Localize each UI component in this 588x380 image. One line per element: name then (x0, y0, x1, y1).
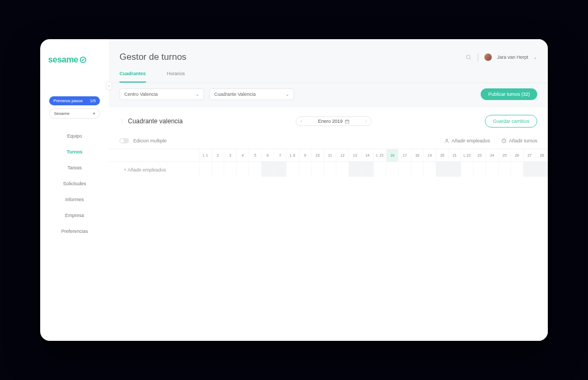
day-header[interactable]: 19 (423, 149, 436, 161)
calendar-cell[interactable] (411, 162, 424, 177)
schedule-select[interactable]: Cuadrante Valencia ⌄ (209, 88, 294, 100)
day-header[interactable]: 26 (510, 149, 523, 161)
day-header[interactable]: 23 (473, 149, 486, 161)
sidebar-item-tareas[interactable]: Tareas (40, 160, 109, 176)
calendar-cell[interactable] (485, 162, 498, 177)
calendar-cell[interactable] (510, 162, 523, 177)
sidebar-collapse-handle[interactable]: ‹ (106, 82, 112, 90)
add-shifts-link[interactable]: Añadir turnos (501, 138, 537, 143)
day-header[interactable]: 10 (311, 149, 324, 161)
day-header[interactable]: 20 (436, 149, 448, 161)
day-header[interactable]: L 22 (461, 149, 473, 161)
calendar-days: L 1234567L 891011121314L 15161718192021L… (199, 149, 548, 161)
day-header[interactable]: 17 (398, 149, 411, 161)
day-header[interactable]: 11 (324, 149, 336, 161)
sidebar-item-turnos[interactable]: Turnos (40, 144, 109, 160)
calendar-cell[interactable] (448, 162, 461, 177)
sidebar-item-equipo[interactable]: Equipo (40, 128, 109, 144)
day-header[interactable]: L 8 (286, 149, 299, 161)
day-header[interactable]: 2 (212, 149, 224, 161)
calendar-cell[interactable] (423, 162, 436, 177)
calendar-cell[interactable] (436, 162, 448, 177)
next-period-button[interactable]: › (365, 119, 367, 124)
day-header[interactable]: L 15 (373, 149, 386, 161)
calendar-cell[interactable] (386, 162, 399, 177)
brand-text: sesame (48, 55, 78, 65)
calendar-cell[interactable] (461, 162, 473, 177)
calendar-cell[interactable] (212, 162, 224, 177)
chevron-down-icon[interactable]: ⌄ (534, 55, 537, 60)
calendar-cell[interactable] (336, 162, 348, 177)
calendar-cell[interactable] (199, 162, 212, 177)
day-header[interactable]: 27 (523, 149, 536, 161)
user-avatar[interactable] (484, 53, 492, 61)
sidebar-item-empresa[interactable]: Empresa (40, 207, 109, 223)
day-header[interactable]: L 1 (199, 149, 212, 161)
calendar-cell[interactable] (224, 162, 236, 177)
calendar-cell[interactable] (236, 162, 249, 177)
calendar-cell[interactable] (536, 162, 548, 177)
day-header[interactable]: 6 (261, 149, 274, 161)
calendar-cell[interactable] (523, 162, 536, 177)
sidebar-item-preferencias[interactable]: Preferencias (40, 223, 109, 239)
calendar-cell[interactable] (311, 162, 324, 177)
day-header[interactable]: 13 (348, 149, 361, 161)
calendar-cell[interactable] (286, 162, 299, 177)
day-header[interactable]: 12 (336, 149, 348, 161)
multi-edit-label: Edicion multiple (133, 138, 167, 143)
day-header[interactable]: 18 (411, 149, 424, 161)
workspace-label: Sesame (54, 111, 69, 116)
publish-button[interactable]: Publicar turnos (32) (481, 88, 537, 100)
day-header[interactable]: 5 (249, 149, 261, 161)
day-header[interactable]: 7 (273, 149, 286, 161)
day-header[interactable]: 3 (224, 149, 236, 161)
schedule-value: Cuadrante Valencia (214, 92, 255, 97)
sidebar-item-informes[interactable]: Informes (40, 192, 109, 207)
center-select[interactable]: Centro Valencia ⌄ (120, 88, 204, 100)
day-header[interactable]: 28 (536, 149, 548, 161)
calendar-cell[interactable] (324, 162, 336, 177)
panel-header: ⋮ Cuadrante valencia ‹ Enero 2019 › Guar… (109, 107, 548, 134)
day-header[interactable]: 21 (448, 149, 461, 161)
tab-cuadrantes[interactable]: Cuadrantes (120, 67, 146, 83)
add-employees-link[interactable]: Añadir empleados (444, 138, 490, 143)
calendar-cell[interactable] (361, 162, 374, 177)
brand-check-icon (79, 56, 87, 64)
panel-title: Cuadrante valencia (128, 117, 182, 125)
calendar-cell[interactable] (261, 162, 274, 177)
calendar-cell[interactable] (249, 162, 261, 177)
calendar-cell[interactable] (373, 162, 386, 177)
add-employee-row[interactable]: + Añade empleados (109, 162, 199, 178)
brand-logo: sesame (45, 55, 114, 65)
add-shifts-label: Añadir turnos (509, 138, 537, 143)
day-header[interactable]: 25 (498, 149, 511, 161)
day-header[interactable]: 4 (236, 149, 249, 161)
multi-edit-toggle[interactable] (120, 138, 129, 143)
calendar-cell[interactable] (498, 162, 511, 177)
chevron-down-icon: ⌄ (286, 92, 289, 97)
svg-rect-2 (345, 120, 349, 123)
calendar-cell[interactable] (273, 162, 286, 177)
prev-period-button[interactable]: ‹ (300, 119, 302, 124)
tab-horarios[interactable]: Horarios (167, 67, 185, 83)
app-window: sesame Primeros pasos 1/5 Sesame ▾ Equip… (40, 39, 548, 341)
calendar-cell[interactable] (473, 162, 486, 177)
search-icon[interactable] (465, 54, 472, 60)
calendar-cell[interactable] (299, 162, 311, 177)
clock-icon (501, 138, 507, 143)
drag-handle-icon[interactable]: ⋮ (120, 119, 125, 124)
workspace-select[interactable]: Sesame ▾ (49, 108, 100, 119)
day-header[interactable]: 14 (361, 149, 374, 161)
calendar-header-row: L 1234567L 891011121314L 15161718192021L… (109, 149, 548, 162)
calendar-icon (345, 119, 350, 124)
calendar-cell[interactable] (348, 162, 361, 177)
sidebar-item-solicitudes[interactable]: Solicitudes (40, 176, 109, 192)
day-header[interactable]: 9 (299, 149, 311, 161)
topbar: Gestor de turnos | Jara van Herpt ⌄ (109, 39, 548, 67)
calendar-cell[interactable] (398, 162, 411, 177)
day-header[interactable]: 16 (386, 149, 399, 161)
onboarding-pill[interactable]: Primeros pasos 1/5 (49, 96, 100, 105)
save-button[interactable]: Guardar cambios (485, 115, 537, 128)
day-header[interactable]: 24 (485, 149, 498, 161)
period-navigator: ‹ Enero 2019 › (296, 116, 372, 126)
